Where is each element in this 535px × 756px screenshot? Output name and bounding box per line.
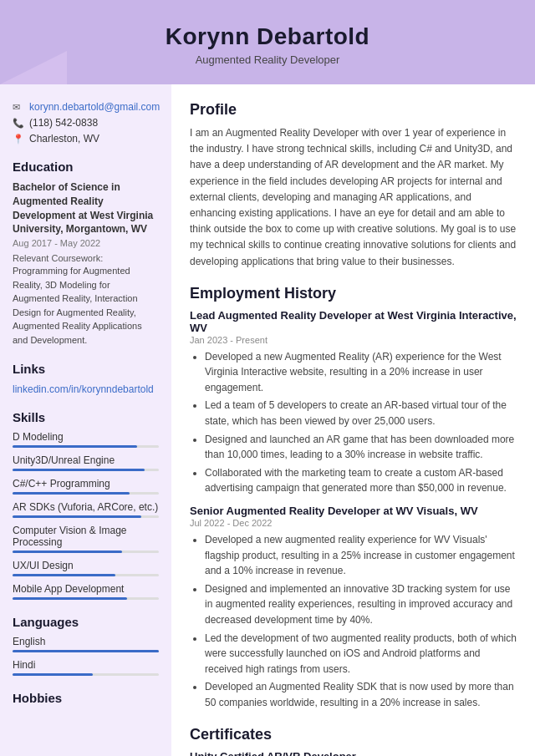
skill-name: UX/UI Design [13,560,159,571]
skill-item: Unity3D/Unreal Engine [13,454,159,471]
skill-bar-fill [13,515,141,518]
skill-bar-bg [13,445,159,448]
job-entry: Senior Augmented Reality Developer at WV… [190,505,517,711]
hobbies-section: Hobbies [13,691,159,705]
skill-name: AR SDKs (Vuforia, ARCore, etc.) [13,501,159,513]
lang-name: English [13,636,159,647]
skills-section: Skills D Modeling Unity3D/Unreal Engine … [13,410,159,600]
job-bullet: Led the development of two augmented rea… [205,631,517,677]
candidate-title: Augmented Reality Developer [17,53,518,66]
skill-bar-fill [13,492,130,495]
main-layout: ✉ korynn.debartold@gmail.com 📞 (118) 542… [0,84,535,756]
job-dates: Jul 2022 - Dec 2022 [190,518,517,528]
location-icon: 📍 [13,134,24,145]
profile-section-title: Profile [190,101,517,119]
links-section: Links linkedin.com/in/korynndebartold [13,362,159,395]
skill-bar-bg [13,515,159,518]
linkedin-link[interactable]: linkedin.com/in/korynndebartold [13,383,154,395]
skill-item: Computer Vision & Image Processing [13,525,159,553]
edu-dates: Aug 2017 - May 2022 [13,238,159,248]
skill-name: D Modeling [13,431,159,443]
job-title: Lead Augmented Reality Developer at West… [190,309,517,334]
contact-section: ✉ korynn.debartold@gmail.com 📞 (118) 542… [13,101,159,145]
skill-bar-bg [13,551,159,553]
email-item: ✉ korynn.debartold@gmail.com [13,101,159,113]
phone-icon: 📞 [13,118,24,129]
certificates-section: Certificates Unity Certified AR/VR Devel… [190,726,517,756]
skill-name: Computer Vision & Image Processing [13,525,159,548]
skill-bar-bg [13,574,159,576]
skill-item: UX/UI Design [13,560,159,576]
skill-bar-fill [13,574,115,576]
languages-title: Languages [13,615,159,629]
cert-name: Unity Certified AR/VR Developer [190,750,517,756]
phone-text: (118) 542-0838 [29,117,98,129]
skill-bar-bg [13,469,159,471]
phone-item: 📞 (118) 542-0838 [13,117,159,129]
lang-bar-bg [13,650,159,652]
skill-item: Mobile App Development [13,583,159,600]
lang-bar-bg [13,673,159,676]
skill-name: C#/C++ Programming [13,478,159,490]
certs-list: Unity Certified AR/VR Developer Feb 2021… [190,750,517,756]
email-link[interactable]: korynn.debartold@gmail.com [29,101,160,113]
skills-list: D Modeling Unity3D/Unreal Engine C#/C++ … [13,431,159,600]
skills-title: Skills [13,410,159,424]
language-item: English [13,636,159,652]
job-bullet: Developed a new augmented reality experi… [205,532,517,579]
candidate-name: Korynn Debartold [17,23,518,50]
job-bullet: Led a team of 5 developers to create an … [205,398,517,429]
lang-bar-fill [13,650,159,652]
coursework-label: Relevant Coursework: [13,253,103,263]
skill-bar-fill [13,597,127,600]
education-title: Education [13,160,159,174]
sidebar: ✉ korynn.debartold@gmail.com 📞 (118) 542… [0,84,171,756]
header: Korynn Debartold Augmented Reality Devel… [0,0,535,84]
lang-name: Hindi [13,659,159,671]
hobbies-title: Hobbies [13,691,159,705]
languages-list: English Hindi [13,636,159,676]
job-bullets: Developed a new Augmented Reality (AR) e… [190,349,517,496]
job-bullet: Designed and implemented an innovative 3… [205,581,517,628]
skill-name: Unity3D/Unreal Engine [13,454,159,466]
cert-entry: Unity Certified AR/VR Developer Feb 2021 [190,750,517,756]
email-icon: ✉ [13,102,24,113]
skill-bar-fill [13,551,122,553]
job-bullet: Developed an Augmented Reality SDK that … [205,679,517,710]
job-dates: Jan 2023 - Present [190,335,517,345]
jobs-list: Lead Augmented Reality Developer at West… [190,309,517,711]
skill-bar-fill [13,445,137,448]
job-bullets: Developed a new augmented reality experi… [190,532,517,711]
location-item: 📍 Charleston, WV [13,133,159,145]
profile-text: I am an Augmented Reality Developer with… [190,125,517,270]
lang-bar-fill [13,673,93,676]
job-bullet: Developed a new Augmented Reality (AR) e… [205,349,517,396]
education-section: Education Bachelor of Science in Augment… [13,160,159,347]
skill-bar-bg [13,597,159,600]
location-text: Charleston, WV [29,133,99,145]
languages-section: Languages English Hindi [13,615,159,676]
skill-name: Mobile App Development [13,583,159,595]
certificates-section-title: Certificates [190,726,517,743]
job-entry: Lead Augmented Reality Developer at West… [190,309,517,496]
skill-bar-bg [13,492,159,495]
skill-bar-fill [13,469,145,471]
job-title: Senior Augmented Reality Developer at WV… [190,505,517,517]
profile-section: Profile I am an Augmented Reality Develo… [190,101,517,270]
edu-degree: Bachelor of Science in Augmented Reality… [13,180,159,236]
skill-item: AR SDKs (Vuforia, ARCore, etc.) [13,501,159,518]
coursework-text: Programming for Augmented Reality, 3D Mo… [13,266,142,345]
job-bullet: Collaborated with the marketing team to … [205,465,517,496]
language-item: Hindi [13,659,159,676]
skill-item: C#/C++ Programming [13,478,159,495]
job-bullet: Designed and launched an AR game that ha… [205,432,517,463]
skill-item: D Modeling [13,431,159,448]
employment-section: Employment History Lead Augmented Realit… [190,285,517,711]
links-title: Links [13,362,159,376]
employment-section-title: Employment History [190,285,517,302]
main-content: Profile I am an Augmented Reality Develo… [171,84,535,756]
